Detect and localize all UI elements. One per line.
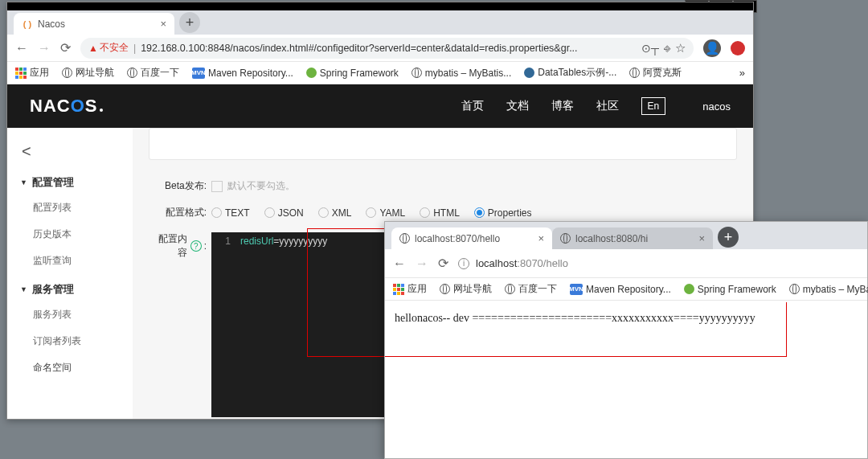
radio-yaml[interactable]: YAML	[366, 207, 405, 219]
extension-icon[interactable]	[731, 41, 745, 55]
browser-tab[interactable]: ( ) Nacos ×	[14, 13, 174, 35]
bookmark-item[interactable]: mybatis – MyBatis...	[789, 284, 868, 295]
bookmark-item[interactable]: DataTables示例-...	[524, 66, 616, 80]
sidebar-item-history[interactable]: 历史版本	[7, 221, 133, 248]
translate-icon[interactable]: ⎆	[664, 42, 670, 55]
help-icon[interactable]: ?	[190, 240, 202, 252]
maven-icon: MVN	[570, 284, 583, 295]
bookmark-item[interactable]: Spring Framework	[684, 284, 776, 295]
beta-label: Beta发布:	[149, 179, 207, 193]
spring-icon	[684, 284, 694, 294]
nav-home[interactable]: 首页	[461, 99, 484, 113]
datatables-icon	[524, 68, 534, 78]
language-toggle[interactable]: En	[641, 97, 666, 115]
bookmarks-bar: 应用 网址导航 百度一下 MVNMaven Repository... Spri…	[7, 62, 753, 84]
tab-close-icon[interactable]: ×	[538, 232, 544, 244]
address-bar: ← → ⟳ i localhost:8070/hello	[385, 249, 867, 278]
nav-docs[interactable]: 文档	[506, 99, 529, 113]
bookmark-item[interactable]: 百度一下	[505, 282, 557, 296]
tab-close-icon[interactable]: ×	[160, 18, 166, 30]
bookmark-overflow-icon[interactable]: »	[739, 67, 745, 79]
insecure-warning-icon: ▲ 不安全	[88, 41, 129, 55]
sidebar-item-service-list[interactable]: 服务列表	[7, 301, 133, 328]
tab-strip: ( ) Nacos × +	[7, 10, 753, 35]
format-radios: TEXT JSON XML YAML HTML Properties	[211, 207, 532, 219]
new-tab-button[interactable]: +	[718, 227, 739, 248]
radio-properties[interactable]: Properties	[474, 207, 532, 219]
back-icon[interactable]: ←	[15, 41, 28, 55]
sidebar-item-subscriber[interactable]: 订阅者列表	[7, 328, 133, 354]
globe-icon	[399, 233, 410, 244]
sidebar-item-listener[interactable]: 监听查询	[7, 248, 133, 274]
globe-icon	[505, 284, 515, 294]
omnibox[interactable]: i localhost:8070/hello	[458, 257, 859, 269]
globe-icon	[560, 233, 571, 244]
sidebar-back-icon[interactable]: <	[7, 136, 133, 167]
bookmark-item[interactable]: Spring Framework	[306, 68, 399, 79]
globe-icon	[629, 68, 640, 78]
site-info-icon[interactable]: i	[458, 258, 469, 269]
sidebar-item-namespace[interactable]: 命名空间	[7, 354, 133, 381]
nacos-nav: 首页 文档 博客 社区 En nacos	[461, 97, 731, 115]
new-tab-button[interactable]: +	[179, 12, 200, 33]
apps-grid-icon	[15, 68, 27, 79]
browser-tab[interactable]: localhost:8080/hi ×	[552, 227, 713, 249]
url-separator: |	[133, 43, 136, 54]
bookmark-item[interactable]: MVNMaven Repository...	[570, 284, 671, 295]
nacos-header: NACOS 首页 文档 博客 社区 En nacos	[7, 84, 753, 128]
bookmark-item[interactable]: mybatis – MyBatis...	[411, 68, 511, 79]
tab-title: localhost:8080/hi	[575, 233, 694, 244]
sidebar: < 配置管理 配置列表 历史版本 监听查询 服务管理 服务列表 订阅者列表 命名…	[7, 128, 133, 419]
sidebar-cat-service[interactable]: 服务管理	[7, 274, 133, 301]
forward-icon[interactable]: →	[38, 41, 51, 55]
url-text: 192.168.0.100:8848/nacos/index.html#/con…	[141, 43, 637, 54]
window-titlebar	[7, 2, 753, 10]
radio-text[interactable]: TEXT	[211, 207, 250, 219]
bookmarks-bar: 应用 网址导航 百度一下 MVNMaven Repository... Spri…	[385, 278, 867, 301]
bookmark-item[interactable]: 网址导航	[440, 282, 492, 296]
radio-html[interactable]: HTML	[420, 207, 460, 219]
nav-community[interactable]: 社区	[596, 99, 619, 113]
bookmark-item[interactable]: 百度一下	[127, 66, 179, 80]
browser-tab[interactable]: localhost:8070/hello ×	[391, 227, 552, 249]
forward-icon[interactable]: →	[416, 256, 428, 271]
tab-title: Nacos	[38, 18, 155, 30]
annotation-box	[385, 302, 787, 357]
bookmark-item[interactable]: 阿贾克斯	[629, 66, 682, 80]
nacos-favicon-icon: ( )	[22, 18, 33, 30]
globe-icon	[789, 284, 800, 294]
profile-avatar-icon[interactable]: 👤	[703, 39, 721, 57]
content-label: 配置内容 ? :	[149, 232, 207, 260]
omnibox[interactable]: ▲ 不安全 | 192.168.0.100:8848/nacos/index.h…	[80, 38, 694, 59]
tab-strip: localhost:8070/hello × localhost:8080/hi…	[385, 222, 867, 249]
nav-blog[interactable]: 博客	[551, 99, 574, 113]
radio-json[interactable]: JSON	[264, 207, 304, 219]
radio-xml[interactable]: XML	[318, 207, 352, 219]
globe-icon	[411, 68, 422, 78]
beta-checkbox[interactable]	[211, 181, 223, 192]
globe-icon	[62, 68, 72, 78]
nacos-logo[interactable]: NACOS	[30, 96, 103, 117]
apps-shortcut[interactable]: 应用	[393, 282, 427, 296]
apps-grid-icon	[393, 284, 404, 295]
sidebar-item-config-list[interactable]: 配置列表	[7, 195, 133, 221]
browser-window-secondary: localhost:8070/hello × localhost:8080/hi…	[384, 221, 868, 459]
reload-icon[interactable]: ⟳	[60, 40, 71, 55]
password-key-icon[interactable]: ⊙┬	[641, 42, 659, 55]
spring-icon	[306, 68, 317, 78]
sidebar-cat-config[interactable]: 配置管理	[7, 167, 133, 195]
apps-shortcut[interactable]: 应用	[15, 66, 49, 80]
bookmark-star-icon[interactable]: ☆	[675, 41, 686, 55]
tab-title: localhost:8070/hello	[415, 233, 533, 244]
bookmark-item[interactable]: MVNMaven Repository...	[192, 68, 293, 79]
content-card	[149, 128, 737, 160]
user-name[interactable]: nacos	[702, 100, 731, 113]
format-label: 配置格式:	[149, 206, 207, 219]
globe-icon	[127, 68, 137, 78]
tab-close-icon[interactable]: ×	[698, 232, 705, 244]
address-bar: ← → ⟳ ▲ 不安全 | 192.168.0.100:8848/nacos/i…	[7, 35, 753, 62]
back-icon[interactable]: ←	[393, 256, 406, 271]
globe-icon	[440, 284, 450, 294]
bookmark-item[interactable]: 网址导航	[62, 66, 114, 80]
reload-icon[interactable]: ⟳	[438, 256, 448, 271]
